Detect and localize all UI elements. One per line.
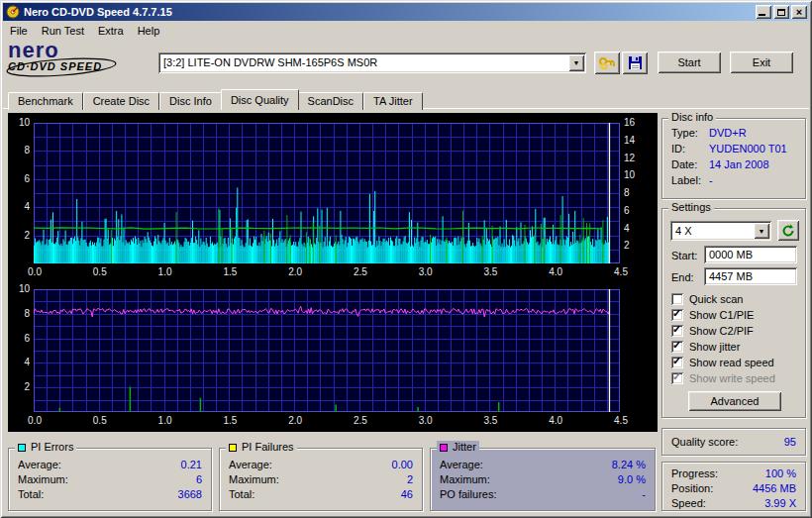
top-chart-yaxis-right-tick: 8 xyxy=(624,187,644,198)
checkbox-box[interactable]: ✓ xyxy=(671,357,683,368)
jitter-pi-failures-plot xyxy=(34,289,620,412)
top-chart-yaxis-left-tick: 6 xyxy=(8,173,30,184)
maximize-button[interactable] xyxy=(773,5,789,19)
checkbox-box[interactable]: ✓ xyxy=(671,325,683,337)
scan-start-field[interactable]: 0000 MB xyxy=(704,246,797,263)
stats-row-value: 3668 xyxy=(178,488,202,500)
bottom-chart-yaxis-left-tick: 8 xyxy=(8,308,30,319)
checkbox-show-c1-pie[interactable]: ✓Show C1/PIE xyxy=(671,308,754,321)
settings-title: Settings xyxy=(668,201,714,213)
keys-icon xyxy=(598,55,616,71)
stats-panel-title-text: PI Failures xyxy=(242,441,294,453)
disc-label-value: - xyxy=(709,174,713,186)
tab-strip: BenchmarkCreate DiscDisc InfoDisc Qualit… xyxy=(8,88,423,110)
stats-row-value: 0.21 xyxy=(181,459,202,470)
disc-date-label: Date: xyxy=(671,158,697,170)
stats-panel-title: PI Errors xyxy=(15,441,76,453)
checkbox-label: Show C1/PIE xyxy=(689,309,754,321)
chevron-down-icon: ▼ xyxy=(573,59,580,66)
menu-item-run-test[interactable]: Run Test xyxy=(35,23,91,39)
refresh-disc-button[interactable] xyxy=(777,220,799,241)
quality-score-label: Quality score: xyxy=(671,436,738,448)
stats-row-label: Average: xyxy=(229,459,272,470)
disc-date-value: 14 Jan 2008 xyxy=(709,158,769,170)
top-chart-yaxis-right-tick: 2 xyxy=(624,240,644,251)
menu-item-file[interactable]: File xyxy=(3,23,35,39)
tab-create-disc[interactable]: Create Disc xyxy=(83,92,159,110)
position-value: 4456 MB xyxy=(753,482,796,494)
tab-disc-info[interactable]: Disc Info xyxy=(159,92,222,110)
top-chart-xaxis-tick: 1.5 xyxy=(220,266,240,277)
stats-row: Total:3668 xyxy=(9,488,211,502)
jitter-color-swatch xyxy=(440,444,448,452)
tab-disc-quality[interactable]: Disc Quality xyxy=(221,89,299,110)
top-chart-xaxis-tick: 4.0 xyxy=(546,266,565,277)
bottom-chart-xaxis-tick: 4.0 xyxy=(546,415,565,426)
top-chart-yaxis-right-tick: 12 xyxy=(624,153,644,163)
tab-scandisc[interactable]: ScanDisc xyxy=(298,92,363,110)
top-chart-yaxis-left-tick: 10 xyxy=(8,117,30,128)
stats-panel-pi-errors: PI ErrorsAverage:0.21Maximum:6Total:3668 xyxy=(8,448,212,511)
stats-row-value: 8.24 % xyxy=(612,459,646,470)
options-button[interactable] xyxy=(594,52,620,74)
checkbox-show-c2-pif[interactable]: ✓Show C2/PIF xyxy=(671,324,754,337)
scan-end-label: End: xyxy=(671,271,694,283)
check-icon: ✓ xyxy=(672,323,681,336)
stats-row-label: Total: xyxy=(18,488,44,500)
bottom-chart-yaxis-left-tick: 2 xyxy=(8,381,30,392)
top-chart-xaxis-tick: 1.0 xyxy=(155,266,175,277)
exit-button[interactable]: Exit xyxy=(730,52,793,73)
close-button[interactable]: × xyxy=(791,5,807,19)
stats-row: Average:0.00 xyxy=(220,459,422,472)
stats-row-value: 46 xyxy=(401,488,413,500)
checkbox-box[interactable] xyxy=(671,293,683,305)
minimize-button[interactable] xyxy=(756,5,771,19)
checkbox-quick-scan[interactable]: Quick scan xyxy=(671,292,743,305)
menu-item-help[interactable]: Help xyxy=(131,23,167,39)
minimize-icon xyxy=(759,14,765,16)
stats-row-label: Average: xyxy=(18,459,61,470)
disc-label-label: Label: xyxy=(671,174,701,186)
logo-ellipse xyxy=(4,56,133,78)
checkbox-show-jitter[interactable]: ✓Show jitter xyxy=(671,340,740,353)
start-button[interactable]: Start xyxy=(658,52,721,73)
drive-selector[interactable]: [3:2] LITE-ON DVDRW SHM-165P6S MS0R ▼ xyxy=(158,52,586,73)
disc-info-title: Disc info xyxy=(668,111,716,123)
checkbox-show-read-speed[interactable]: ✓Show read speed xyxy=(671,356,774,368)
app-icon xyxy=(6,5,20,19)
stats-row-value: 2 xyxy=(407,473,413,485)
checkbox-box[interactable]: ✓ xyxy=(671,309,683,321)
stats-row: Average:8.24 % xyxy=(431,459,655,472)
stats-panel-title-text: PI Errors xyxy=(31,441,73,453)
checkbox-label: Show read speed xyxy=(689,357,774,368)
scan-end-field[interactable]: 4457 MB xyxy=(704,267,797,285)
bottom-chart-yaxis-left-tick: 4 xyxy=(8,357,30,367)
app-window: Nero CD-DVD Speed 4.7.7.15 × FileRun Tes… xyxy=(0,0,812,518)
advanced-button[interactable]: Advanced xyxy=(688,391,781,411)
checkbox-box[interactable]: ✓ xyxy=(671,341,683,353)
pi-errors-color-swatch xyxy=(18,444,26,452)
pi-failures-color-swatch xyxy=(229,444,237,452)
quality-score-group: Quality score: 95 xyxy=(661,428,806,456)
close-icon: × xyxy=(796,7,802,17)
stats-row: Average:0.21 xyxy=(9,459,211,472)
quality-chart-panel: 2468102468101214160.00.51.01.52.02.53.03… xyxy=(8,113,658,432)
scan-start-label: Start: xyxy=(671,250,697,261)
nero-logo: nero CD·DVD SPEED xyxy=(8,41,147,82)
drive-selector-dropdown-button[interactable]: ▼ xyxy=(568,54,584,71)
menu-item-extra[interactable]: Extra xyxy=(91,23,131,39)
top-chart-xaxis-tick: 4.5 xyxy=(611,266,631,277)
speed-selector[interactable]: 4 X ▼ xyxy=(670,221,771,241)
top-chart-yaxis-right-tick: 14 xyxy=(624,135,644,146)
top-chart-yaxis-left-tick: 4 xyxy=(8,201,30,212)
stats-panel-jitter: JitterAverage:8.24 %Maximum:9.0 %PO fail… xyxy=(430,448,656,511)
tab-benchmark[interactable]: Benchmark xyxy=(8,92,83,110)
stats-panel-title: PI Failures xyxy=(226,441,297,453)
settings-group: Settings 4 X ▼ Start: 0000 MB End: 4457 … xyxy=(661,208,806,418)
bottom-chart-xaxis-tick: 3.0 xyxy=(416,415,436,426)
speed-selector-dropdown-button[interactable]: ▼ xyxy=(754,223,769,239)
drive-selector-value: [3:2] LITE-ON DVDRW SHM-165P6S MS0R xyxy=(163,56,377,68)
save-button[interactable] xyxy=(622,52,648,74)
progress-value: 100 % xyxy=(765,467,796,479)
tab-ta-jitter[interactable]: TA Jitter xyxy=(363,92,423,110)
